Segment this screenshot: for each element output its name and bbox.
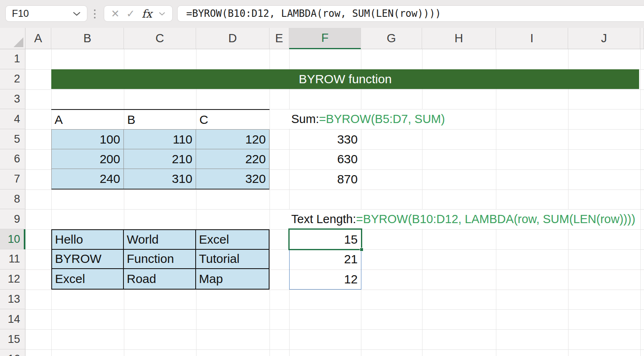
table-cell[interactable]: 220: [196, 149, 269, 169]
sum-table-header-row: ABC: [51, 109, 269, 129]
gridline: [422, 49, 422, 356]
row-header-12[interactable]: 12: [0, 269, 25, 290]
column-header-E[interactable]: E: [269, 28, 289, 49]
row-header-11[interactable]: 11: [0, 249, 25, 269]
formula-bar[interactable]: =BYROW(B10:D12, LAMBDA(row, SUM(LEN(row)…: [177, 5, 644, 22]
row-header-4[interactable]: 4: [0, 109, 25, 129]
table-cell[interactable]: Excel: [52, 269, 124, 289]
result-cell[interactable]: 870: [289, 169, 361, 189]
column-header-F[interactable]: F: [289, 28, 361, 49]
gridline: [568, 49, 569, 356]
gridline: [25, 309, 644, 310]
sum-table-header-cell[interactable]: B: [124, 110, 196, 129]
insert-function-icon[interactable]: fx: [142, 8, 152, 19]
table-cell[interactable]: 310: [124, 169, 196, 189]
gridline: [361, 49, 361, 356]
excel-window: F10 ✕ ✓ fx =BYROW(B10:D12, LAMBDA(row, S…: [0, 0, 644, 356]
row-header-6[interactable]: 6: [0, 149, 25, 169]
row-header-3[interactable]: 3: [0, 89, 25, 110]
column-header-G[interactable]: G: [361, 28, 422, 49]
row-header-8[interactable]: 8: [0, 189, 25, 210]
gridline: [25, 89, 644, 90]
table-cell[interactable]: Tutorial: [196, 250, 269, 269]
title-banner-text: BYROW function: [299, 72, 392, 86]
row-header-9[interactable]: 9: [0, 209, 25, 229]
table-cell[interactable]: Road: [124, 269, 196, 289]
gridline: [640, 49, 641, 356]
table-cell[interactable]: 110: [124, 130, 196, 149]
table-cell[interactable]: World: [124, 230, 196, 250]
text-length-label-cell[interactable]: Text Length: =BYROW(B10:D12, LAMBDA(row,…: [289, 210, 639, 229]
title-banner: BYROW function: [51, 69, 639, 89]
confirm-icon[interactable]: ✓: [126, 9, 135, 19]
table-cell[interactable]: 100: [52, 130, 124, 149]
table-cell[interactable]: 240: [52, 169, 124, 189]
table-cell[interactable]: Map: [196, 269, 269, 289]
sum-label: Sum:: [291, 112, 319, 126]
result-cell[interactable]: 21: [289, 249, 361, 269]
chevron-down-icon[interactable]: [159, 12, 165, 16]
row-header-14[interactable]: 14: [0, 309, 25, 329]
gridline: [51, 49, 52, 356]
table-cell[interactable]: 320: [196, 169, 269, 189]
gridline: [269, 49, 270, 356]
column-header-B[interactable]: B: [51, 28, 124, 49]
row-header-7[interactable]: 7: [0, 169, 25, 189]
row-header-1[interactable]: 1: [0, 49, 25, 69]
gridline: [196, 49, 196, 356]
fill-handle[interactable]: [360, 248, 363, 251]
name-box[interactable]: F10: [5, 5, 87, 22]
name-box-value: F10: [12, 8, 29, 19]
formula-buttons-group: ✕ ✓ fx: [104, 5, 173, 22]
table-cell[interactable]: 120: [196, 130, 269, 149]
row-header-10[interactable]: 10: [0, 229, 25, 249]
gridline: [25, 349, 644, 350]
gridline: [124, 49, 124, 356]
cancel-icon[interactable]: ✕: [111, 9, 120, 19]
table-cell[interactable]: 200: [52, 149, 124, 169]
column-header-I[interactable]: I: [496, 28, 568, 49]
selected-row-accent-bar: [24, 229, 25, 249]
select-all-triangle-icon: [14, 37, 23, 47]
select-all-corner[interactable]: [0, 28, 25, 49]
table-cell[interactable]: 210: [124, 149, 196, 169]
result-cell[interactable]: 330: [289, 129, 361, 149]
row-header-16[interactable]: 16: [0, 349, 25, 356]
row-header-13[interactable]: 13: [0, 290, 25, 310]
table-cell[interactable]: Function: [124, 250, 196, 269]
table-cell[interactable]: Hello: [52, 230, 124, 250]
sum-table-header-cell[interactable]: A: [51, 110, 124, 129]
column-header-J[interactable]: J: [568, 28, 640, 49]
sum-label-cell[interactable]: Sum:=BYROW(B5:D7, SUM): [289, 110, 449, 129]
row-header-15[interactable]: 15: [0, 329, 25, 349]
result-cell[interactable]: 12: [289, 269, 361, 290]
formula-toolbar: F10 ✕ ✓ fx =BYROW(B10:D12, LAMBDA(row, S…: [0, 0, 644, 28]
row-header-5[interactable]: 5: [0, 129, 25, 149]
gridline: [25, 329, 644, 330]
text-length-formula: =BYROW(B10:D12, LAMBDA(row, SUM(LEN(row)…: [356, 212, 635, 226]
sum-table: 100110120200210220240310320: [51, 129, 269, 189]
column-header-partial: [640, 28, 644, 49]
table-cell[interactable]: Excel: [196, 230, 269, 250]
column-header-A[interactable]: A: [25, 28, 51, 49]
column-header-C[interactable]: C: [124, 28, 196, 49]
gridline: [289, 49, 290, 356]
toolbar-separator-dots: [94, 9, 96, 18]
row-header-2[interactable]: 2: [0, 69, 25, 89]
active-cell-border[interactable]: [288, 228, 362, 250]
chevron-down-icon[interactable]: [73, 11, 81, 16]
column-header-H[interactable]: H: [422, 28, 496, 49]
sum-table-header-cell[interactable]: C: [196, 110, 269, 129]
gridline: [496, 49, 496, 356]
text-length-label: Text Length:: [291, 212, 356, 226]
text-table: HelloWorldExcelBYROWFunctionTutorialExce…: [51, 229, 269, 290]
sum-formula: =BYROW(B5:D7, SUM): [319, 112, 445, 126]
formula-text: =BYROW(B10:D12, LAMBDA(row, SUM(LEN(row)…: [186, 8, 441, 19]
result-cell[interactable]: 630: [289, 149, 361, 169]
column-header-D[interactable]: D: [196, 28, 269, 49]
table-cell[interactable]: BYROW: [52, 250, 124, 269]
